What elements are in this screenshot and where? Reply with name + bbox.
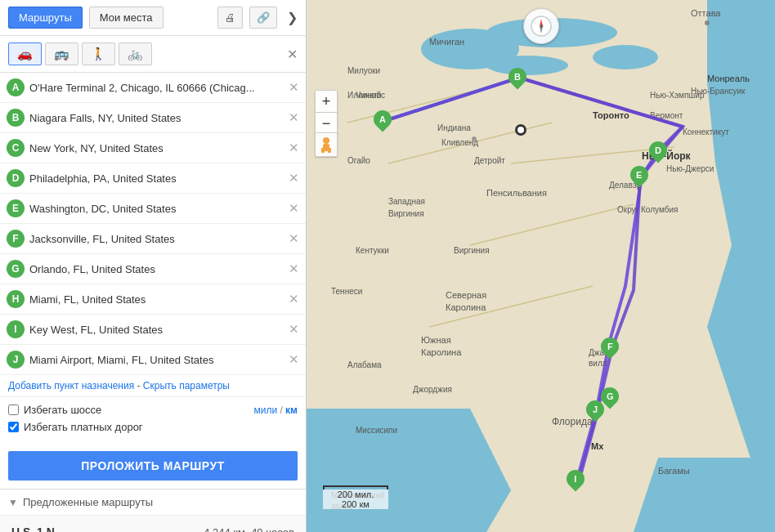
compass-button[interactable]: ✦ xyxy=(523,8,559,44)
waypoint-row: E✕ xyxy=(0,194,306,224)
waypoint-input-h[interactable] xyxy=(29,293,284,306)
waypoint-remove-h[interactable]: ✕ xyxy=(289,292,299,306)
miles-link[interactable]: мили xyxy=(253,405,277,416)
svg-text:Флорида: Флорида xyxy=(552,416,593,427)
waypoint-row: D✕ xyxy=(0,163,306,194)
add-destination-link[interactable]: Добавить пункт назначения xyxy=(8,380,134,391)
transit-mode-button[interactable]: 🚌 xyxy=(45,42,78,65)
svg-point-51 xyxy=(472,136,477,141)
waypoint-row: B✕ xyxy=(0,103,306,133)
km-link[interactable]: км xyxy=(285,405,298,416)
svg-text:Чикаго: Чикаго xyxy=(356,91,382,100)
map-area[interactable]: Мичиган Иллинойс Индиана Огайо Пенсильва… xyxy=(307,0,775,532)
link-button[interactable]: 🔗 xyxy=(249,7,277,29)
svg-text:Округ Колумбия: Округ Колумбия xyxy=(617,205,678,214)
svg-text:Торонто: Торонто xyxy=(593,110,629,120)
collapse-icon[interactable]: ❯ xyxy=(287,10,298,25)
waypoint-input-d[interactable] xyxy=(29,172,284,185)
avoid-tolls-label[interactable]: Избегать платных дорог xyxy=(24,421,143,433)
waypoint-remove-i[interactable]: ✕ xyxy=(289,322,299,337)
waypoint-remove-d[interactable]: ✕ xyxy=(289,171,299,186)
waypoint-row: H✕ xyxy=(0,284,306,315)
zoom-in-button[interactable]: + xyxy=(315,90,338,113)
waypoint-label-d: D xyxy=(7,169,25,187)
waypoint-input-j[interactable] xyxy=(29,354,284,366)
svg-text:Пенсильвания: Пенсильвания xyxy=(486,188,547,198)
svg-text:Багамы: Багамы xyxy=(658,466,690,476)
waypoint-remove-e[interactable]: ✕ xyxy=(289,201,299,216)
svg-text:Виргиния: Виргиния xyxy=(388,209,424,218)
avoid-highway-checkbox[interactable] xyxy=(8,405,19,415)
route-name: U.S. 1 N xyxy=(11,525,55,532)
svg-text:Мичиган: Мичиган xyxy=(429,37,464,47)
waypoint-remove-f[interactable]: ✕ xyxy=(289,231,299,246)
top-nav: Маршруты Мои места 🖨 🔗 ❯ xyxy=(0,0,306,36)
waypoint-remove-c[interactable]: ✕ xyxy=(289,141,299,155)
waypoint-label-i: I xyxy=(7,320,25,338)
svg-point-5 xyxy=(486,56,568,75)
waypoint-input-a[interactable] xyxy=(29,82,284,94)
waypoint-input-i[interactable] xyxy=(29,324,284,336)
svg-text:Коннектикут: Коннектикут xyxy=(683,127,729,136)
svg-text:Каролина: Каролина xyxy=(421,347,462,357)
suggested-section: ▼ Предложенные маршруты U.S. 1 N 4 244 к… xyxy=(0,489,306,532)
zoom-out-button[interactable]: − xyxy=(315,112,338,135)
svg-text:вилл: вилл xyxy=(589,359,607,368)
street-view-button[interactable] xyxy=(315,132,338,157)
my-places-tab[interactable]: Мои места xyxy=(89,7,164,29)
svg-text:Оттава: Оттава xyxy=(691,8,721,18)
waypoint-label-e: E xyxy=(7,199,25,217)
waypoint-input-e[interactable] xyxy=(29,203,284,215)
svg-text:Каролина: Каролина xyxy=(446,302,486,312)
routes-tab[interactable]: Маршруты xyxy=(8,7,83,29)
miami-label: Мх xyxy=(591,441,603,451)
waypoint-row: C✕ xyxy=(0,133,306,163)
svg-rect-62 xyxy=(321,148,325,153)
waypoints-list: A✕B✕C✕D✕E✕F✕G✕H✕I✕J✕ xyxy=(0,73,306,375)
svg-text:Миссисипи: Миссисипи xyxy=(356,426,397,435)
svg-text:Теннеси: Теннеси xyxy=(331,287,362,296)
suggested-header-text: Предложенные маршруты xyxy=(23,496,153,508)
marker-c-dot[interactable] xyxy=(515,124,526,136)
waypoint-label-a: A xyxy=(7,78,25,96)
suggested-header[interactable]: ▼ Предложенные маршруты xyxy=(0,490,306,515)
map-zoom-controls: + − xyxy=(315,90,338,135)
svg-marker-9 xyxy=(634,458,775,532)
waypoint-row: F✕ xyxy=(0,224,306,254)
units-toggle: мили / км xyxy=(253,405,298,416)
svg-text:Монреаль: Монреаль xyxy=(707,74,750,83)
close-panel-icon[interactable]: ✕ xyxy=(287,47,298,62)
svg-text:Нью-Брансуик: Нью-Брансуик xyxy=(691,87,746,96)
waypoint-remove-b[interactable]: ✕ xyxy=(289,110,299,125)
svg-text:Южная: Южная xyxy=(421,335,451,345)
calculate-route-button[interactable]: ПРОЛОЖИТЬ МАРШРУТ xyxy=(8,451,298,481)
waypoint-input-g[interactable] xyxy=(29,263,284,275)
svg-text:Западная: Западная xyxy=(388,197,425,206)
car-mode-button[interactable]: 🚗 xyxy=(8,42,42,65)
bike-mode-button[interactable]: 🚲 xyxy=(119,42,152,65)
avoid-tolls-checkbox[interactable] xyxy=(8,422,19,432)
svg-text:Кентукки: Кентукки xyxy=(356,246,389,255)
waypoint-input-c[interactable] xyxy=(29,142,284,154)
waypoint-remove-j[interactable]: ✕ xyxy=(289,352,299,367)
svg-text:Детройт: Детройт xyxy=(474,156,505,165)
waypoint-remove-g[interactable]: ✕ xyxy=(289,262,299,276)
suggested-chevron: ▼ xyxy=(8,497,18,508)
route-result[interactable]: U.S. 1 N 4 244 км, 49 часов xyxy=(0,515,306,532)
waypoint-label-b: B xyxy=(7,109,25,127)
svg-text:Индиана: Индиана xyxy=(437,123,471,132)
waypoint-input-f[interactable] xyxy=(29,233,284,245)
waypoint-row: G✕ xyxy=(0,254,306,284)
scale-km-text: 200 км xyxy=(323,499,388,509)
options-section: Избегать шоссе мили / км Избегать платны… xyxy=(0,396,306,445)
waypoint-label-h: H xyxy=(7,290,25,308)
waypoint-input-b[interactable] xyxy=(29,112,284,124)
svg-text:✦: ✦ xyxy=(539,23,544,30)
hide-options-link[interactable]: Скрыть параметры xyxy=(143,380,230,391)
walk-mode-button[interactable]: 🚶 xyxy=(82,42,115,65)
waypoint-remove-a[interactable]: ✕ xyxy=(289,80,299,95)
svg-text:Огайо: Огайо xyxy=(347,156,370,165)
print-button[interactable]: 🖨 xyxy=(217,7,243,29)
waypoint-label-j: J xyxy=(7,351,25,369)
avoid-highway-label[interactable]: Избегать шоссе xyxy=(24,404,101,416)
